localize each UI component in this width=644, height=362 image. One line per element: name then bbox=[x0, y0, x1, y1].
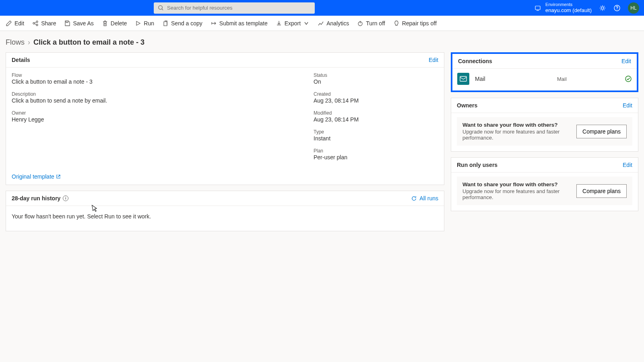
details-title: Details bbox=[12, 57, 30, 63]
connection-name: Mail bbox=[475, 76, 551, 82]
help-icon[interactable] bbox=[613, 4, 621, 12]
owners-edit-link[interactable]: Edit bbox=[623, 102, 632, 109]
breadcrumb: Flows › Click a button to email a note -… bbox=[0, 31, 644, 52]
svg-point-0 bbox=[159, 6, 162, 9]
settings-gear-icon[interactable] bbox=[599, 4, 606, 12]
svg-rect-2 bbox=[535, 6, 540, 10]
run-history-card: 28-day run history i All runs Your flow … bbox=[6, 191, 444, 231]
open-new-icon bbox=[56, 174, 61, 179]
svg-rect-12 bbox=[164, 22, 167, 26]
run-only-promo: Want to share your flow with others? Upg… bbox=[457, 177, 632, 205]
search-input-wrapper[interactable] bbox=[154, 2, 315, 14]
analytics-button[interactable]: Analytics bbox=[318, 20, 349, 27]
detail-type: Type Instant bbox=[314, 129, 438, 142]
detail-status: Status On bbox=[314, 72, 438, 85]
run-only-users-card: Run only users Edit Want to share your f… bbox=[451, 157, 638, 211]
chevron-right-icon: › bbox=[28, 38, 30, 47]
connection-type: Mail bbox=[557, 76, 619, 82]
export-button[interactable]: Export bbox=[276, 20, 310, 27]
send-copy-button[interactable]: Send a copy bbox=[162, 20, 202, 27]
environments-label: Environments bbox=[545, 2, 592, 7]
details-edit-link[interactable]: Edit bbox=[429, 57, 438, 63]
svg-line-10 bbox=[35, 22, 36, 23]
detail-modified: Modified Aug 23, 08:14 PM bbox=[314, 110, 438, 123]
breadcrumb-current: Click a button to email a note - 3 bbox=[33, 38, 144, 47]
details-card: Details Edit Flow Click a button to emai… bbox=[6, 52, 444, 185]
detail-description: Description Click a button to send a not… bbox=[12, 91, 314, 104]
run-only-edit-link[interactable]: Edit bbox=[623, 162, 632, 168]
refresh-icon bbox=[411, 195, 417, 202]
svg-point-7 bbox=[33, 23, 35, 24]
environment-name: enayu.com (default) bbox=[545, 7, 592, 14]
save-as-button[interactable]: Save As bbox=[64, 20, 93, 27]
detail-owner: Owner Henry Legge bbox=[12, 110, 314, 123]
all-runs-link[interactable]: All runs bbox=[411, 195, 438, 202]
chevron-down-icon bbox=[303, 20, 310, 27]
command-bar: Edit Share Save As Delete Run Send a cop… bbox=[0, 16, 644, 31]
svg-point-6 bbox=[617, 9, 617, 10]
owners-card: Owners Edit Want to share your flow with… bbox=[451, 98, 638, 152]
run-only-title: Run only users bbox=[457, 162, 497, 168]
detail-flow: Flow Click a button to email a note - 3 bbox=[12, 72, 314, 85]
turn-off-button[interactable]: Turn off bbox=[357, 20, 385, 27]
breadcrumb-root[interactable]: Flows bbox=[6, 38, 25, 47]
environment-picker[interactable]: Environments enayu.com (default) bbox=[534, 2, 592, 14]
connections-card: Connections Edit Mail Mail bbox=[451, 52, 638, 92]
owners-title: Owners bbox=[457, 102, 477, 109]
share-button[interactable]: Share bbox=[32, 20, 56, 27]
submit-template-button[interactable]: Submit as template bbox=[211, 20, 268, 27]
search-icon bbox=[158, 5, 164, 11]
svg-point-4 bbox=[601, 7, 604, 9]
connection-status-ok-icon bbox=[625, 75, 632, 82]
run-history-empty: Your flow hasn't been run yet. Select Ru… bbox=[6, 206, 444, 231]
delete-button[interactable]: Delete bbox=[102, 20, 127, 27]
app-topbar: Environments enayu.com (default) HL bbox=[0, 0, 644, 16]
svg-point-9 bbox=[36, 24, 38, 26]
owners-promo: Want to share your flow with others? Upg… bbox=[457, 117, 632, 146]
svg-rect-15 bbox=[460, 76, 466, 81]
run-button[interactable]: Run bbox=[135, 20, 154, 27]
environment-icon bbox=[534, 4, 541, 12]
search-input[interactable] bbox=[167, 5, 311, 11]
mail-icon bbox=[457, 73, 469, 85]
compare-plans-button[interactable]: Compare plans bbox=[576, 125, 627, 138]
original-template-link[interactable]: Original template bbox=[12, 173, 314, 180]
detail-created: Created Aug 23, 08:14 PM bbox=[314, 91, 438, 104]
connection-row-mail[interactable]: Mail Mail bbox=[452, 69, 637, 90]
connections-title: Connections bbox=[458, 58, 492, 64]
svg-point-8 bbox=[36, 21, 38, 23]
svg-point-16 bbox=[625, 76, 631, 82]
svg-line-1 bbox=[162, 9, 163, 10]
user-avatar[interactable]: HL bbox=[628, 2, 639, 14]
run-history-title: 28-day run history bbox=[12, 195, 60, 202]
info-icon[interactable]: i bbox=[63, 195, 68, 201]
repair-tips-button[interactable]: Repair tips off bbox=[393, 20, 437, 27]
compare-plans-button[interactable]: Compare plans bbox=[576, 184, 627, 198]
connections-edit-link[interactable]: Edit bbox=[621, 58, 631, 64]
svg-line-11 bbox=[35, 24, 36, 25]
edit-button[interactable]: Edit bbox=[6, 20, 24, 27]
detail-plan: Plan Per-user plan bbox=[314, 148, 438, 160]
